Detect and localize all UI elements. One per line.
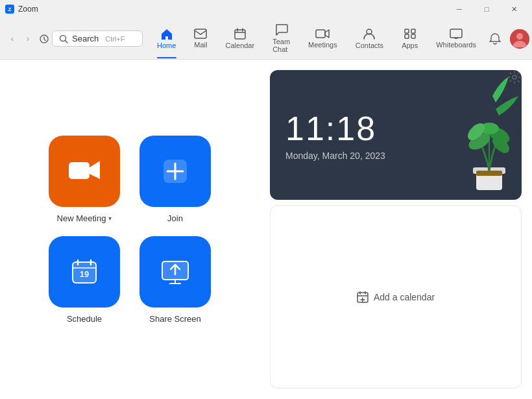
notifications-button[interactable] <box>485 29 505 49</box>
nav-label-apps: Apps <box>402 42 418 49</box>
meetings-icon <box>315 29 330 39</box>
nav-label-teamchat: Team Chat <box>272 38 290 53</box>
schedule-icon: 19 <box>70 258 99 286</box>
search-icon <box>59 34 68 43</box>
share-screen-label: Share Screen <box>149 314 201 324</box>
action-grid: New Meeting ▾ Join <box>49 136 211 324</box>
svg-text:Z: Z <box>8 6 12 12</box>
svg-rect-13 <box>411 29 415 33</box>
app-title: Zoom <box>18 5 38 14</box>
left-panel: New Meeting ▾ Join <box>0 60 260 399</box>
nav-item-whiteboards[interactable]: Whiteboards <box>427 25 485 53</box>
search-label: Search <box>72 34 99 43</box>
nav-label-contacts: Contacts <box>356 42 383 49</box>
whiteboards-icon <box>450 29 463 39</box>
nav-item-contacts[interactable]: Contacts <box>346 24 393 53</box>
join-button[interactable] <box>139 136 211 207</box>
bell-icon <box>489 33 501 45</box>
svg-line-4 <box>66 40 68 43</box>
nav-item-calendar[interactable]: Calendar <box>217 24 264 53</box>
history-button[interactable] <box>39 32 49 46</box>
add-calendar-label: Add a calendar <box>374 292 435 302</box>
maximize-button[interactable]: □ <box>474 2 500 16</box>
svg-rect-22 <box>69 162 90 179</box>
search-bar[interactable]: Search Ctrl+F <box>52 30 143 47</box>
svg-rect-10 <box>316 30 325 38</box>
svg-point-20 <box>516 33 523 40</box>
plant-svg <box>457 70 522 200</box>
title-bar: Z Zoom ─ □ ✕ <box>0 0 532 18</box>
nav-bar: ‹ › Search Ctrl+F Home Mai <box>0 18 532 60</box>
schedule-button[interactable]: 19 <box>49 236 120 308</box>
join-item: Join <box>139 136 211 223</box>
svg-text:19: 19 <box>80 269 89 279</box>
new-meeting-button[interactable] <box>49 136 120 207</box>
forward-button[interactable]: › <box>21 32 35 46</box>
nav-item-apps[interactable]: Apps <box>393 24 427 53</box>
nav-label-meetings: Meetings <box>308 41 337 49</box>
nav-label-home: Home <box>157 42 176 49</box>
new-meeting-label: New Meeting ▾ <box>57 213 112 223</box>
nav-label-calendar: Calendar <box>226 42 255 49</box>
nav-item-mail[interactable]: Mail <box>185 25 216 53</box>
right-panel: 11:18 Monday, March 20, 2023 <box>260 60 532 399</box>
share-screen-button[interactable] <box>139 236 211 308</box>
svg-rect-16 <box>450 29 462 38</box>
nav-label-whiteboards: Whiteboards <box>436 41 476 49</box>
schedule-item: 19 Schedule <box>49 236 120 324</box>
svg-point-21 <box>513 75 516 79</box>
minimize-button[interactable]: ─ <box>446 2 472 16</box>
nav-item-meetings[interactable]: Meetings <box>299 25 346 53</box>
clock-date: Monday, March 20, 2023 <box>285 151 385 161</box>
contacts-icon <box>363 28 376 40</box>
nav-label-mail: Mail <box>194 41 207 49</box>
back-button[interactable]: ‹ <box>5 32 19 46</box>
share-screen-icon <box>161 259 189 285</box>
apps-icon <box>404 28 417 40</box>
avatar-image <box>510 29 529 49</box>
add-calendar-button[interactable]: Add a calendar <box>357 291 435 303</box>
svg-rect-14 <box>405 34 409 38</box>
mail-icon <box>194 29 207 39</box>
home-icon <box>160 28 173 40</box>
nav-arrows: ‹ › <box>5 32 35 46</box>
clock-card: 11:18 Monday, March 20, 2023 <box>270 70 522 200</box>
clock-time: 11:18 <box>285 109 376 148</box>
camera-icon <box>67 158 101 184</box>
nav-item-teamchat[interactable]: Team Chat <box>263 20 299 57</box>
svg-rect-37 <box>476 171 502 176</box>
search-shortcut: Ctrl+F <box>105 35 125 43</box>
history-icon <box>39 34 49 44</box>
title-bar-left: Z Zoom <box>5 5 38 14</box>
nav-right <box>485 29 529 49</box>
calendar-icon <box>234 28 246 40</box>
gear-icon <box>508 71 521 84</box>
add-calendar-icon <box>357 291 369 303</box>
main-content: New Meeting ▾ Join <box>0 60 532 399</box>
window-controls: ─ □ ✕ <box>446 2 527 16</box>
new-meeting-item: New Meeting ▾ <box>49 136 120 223</box>
schedule-label: Schedule <box>67 314 102 324</box>
avatar[interactable] <box>510 29 529 49</box>
nav-item-home[interactable]: Home <box>148 24 185 53</box>
settings-button[interactable] <box>505 67 524 87</box>
calendar-card: Add a calendar <box>270 205 522 389</box>
svg-rect-12 <box>405 29 409 33</box>
chat-icon <box>275 24 288 36</box>
svg-rect-6 <box>235 30 245 39</box>
nav-items: Home Mail Calendar Team Chat <box>148 20 485 57</box>
svg-rect-15 <box>411 34 415 38</box>
svg-rect-5 <box>195 29 206 38</box>
join-icon <box>161 157 189 186</box>
join-label: Join <box>167 213 183 223</box>
share-screen-item: Share Screen <box>139 236 211 324</box>
app-icon: Z <box>5 5 14 14</box>
close-button[interactable]: ✕ <box>501 2 527 16</box>
plant-decoration <box>457 70 522 200</box>
